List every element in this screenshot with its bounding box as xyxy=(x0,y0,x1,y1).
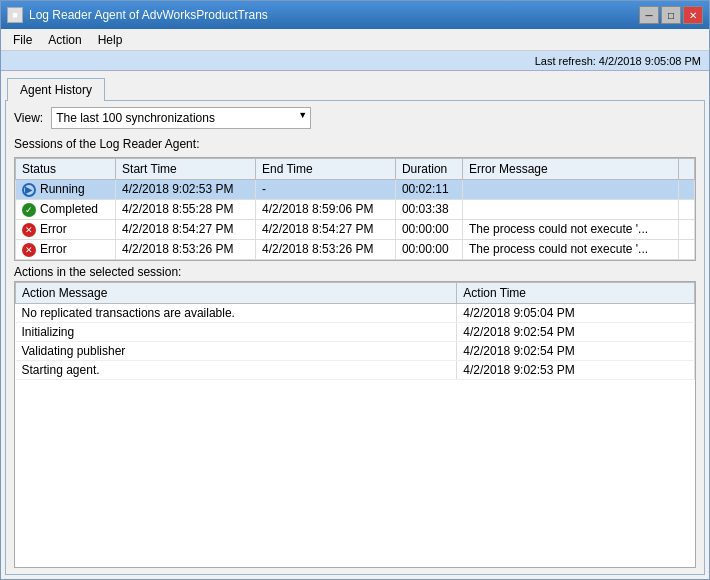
cell-action-time: 4/2/2018 9:05:04 PM xyxy=(457,303,695,322)
cell-start-time: 4/2/2018 8:55:28 PM xyxy=(116,199,256,219)
menu-action[interactable]: Action xyxy=(40,31,89,49)
col-status: Status xyxy=(16,159,116,180)
menu-bar: File Action Help xyxy=(1,29,709,51)
cell-error-message: The process could not execute '... xyxy=(463,239,679,259)
sessions-table: Status Start Time End Time Duration Erro… xyxy=(15,158,695,260)
window-controls: ─ □ ✕ xyxy=(639,6,703,24)
cell-action-message: Validating publisher xyxy=(16,341,457,360)
col-duration: Duration xyxy=(395,159,462,180)
view-label: View: xyxy=(14,111,43,125)
col-action-time: Action Time xyxy=(457,282,695,303)
cell-start-time: 4/2/2018 9:02:53 PM xyxy=(116,180,256,200)
cell-error-message xyxy=(463,199,679,219)
actions-table-container: Action Message Action Time No replicated… xyxy=(14,281,696,569)
view-select-wrapper: The last 100 synchronizationsThe last 50… xyxy=(51,107,311,129)
list-item: Validating publisher 4/2/2018 9:02:54 PM xyxy=(16,341,695,360)
cell-end-time: 4/2/2018 8:59:06 PM xyxy=(255,199,395,219)
list-item: Starting agent. 4/2/2018 9:02:53 PM xyxy=(16,360,695,379)
tab-area: Agent History xyxy=(1,71,709,100)
cell-scroll-spacer xyxy=(679,239,695,259)
cell-duration: 00:00:00 xyxy=(395,219,462,239)
close-button[interactable]: ✕ xyxy=(683,6,703,24)
list-item: Initializing 4/2/2018 9:02:54 PM xyxy=(16,322,695,341)
cell-start-time: 4/2/2018 8:53:26 PM xyxy=(116,239,256,259)
table-row[interactable]: ✓Completed 4/2/2018 8:55:28 PM 4/2/2018 … xyxy=(16,199,695,219)
cell-action-message: Starting agent. xyxy=(16,360,457,379)
main-content: View: The last 100 synchronizationsThe l… xyxy=(5,100,705,575)
col-action-message: Action Message xyxy=(16,282,457,303)
actions-section: Actions in the selected session: Action … xyxy=(14,265,696,569)
cell-duration: 00:02:11 xyxy=(395,180,462,200)
cell-status: ✕Error xyxy=(16,219,116,239)
cell-end-time: - xyxy=(255,180,395,200)
menu-help[interactable]: Help xyxy=(90,31,131,49)
cell-action-message: No replicated transactions are available… xyxy=(16,303,457,322)
cell-error-message xyxy=(463,180,679,200)
cell-status: ▶Running xyxy=(16,180,116,200)
cell-error-message: The process could not execute '... xyxy=(463,219,679,239)
table-row[interactable]: ✕Error 4/2/2018 8:54:27 PM 4/2/2018 8:54… xyxy=(16,219,695,239)
error-icon: ✕ xyxy=(22,243,36,257)
cell-duration: 00:03:38 xyxy=(395,199,462,219)
view-select[interactable]: The last 100 synchronizationsThe last 50… xyxy=(51,107,311,129)
cell-action-time: 4/2/2018 9:02:54 PM xyxy=(457,322,695,341)
title-bar: ■ Log Reader Agent of AdvWorksProductTra… xyxy=(1,1,709,29)
col-start-time: Start Time xyxy=(116,159,256,180)
list-item: No replicated transactions are available… xyxy=(16,303,695,322)
col-error-message: Error Message xyxy=(463,159,679,180)
cell-scroll-spacer xyxy=(679,219,695,239)
error-icon: ✕ xyxy=(22,223,36,237)
sessions-table-container: Status Start Time End Time Duration Erro… xyxy=(14,157,696,261)
cell-end-time: 4/2/2018 8:53:26 PM xyxy=(255,239,395,259)
cell-action-time: 4/2/2018 9:02:53 PM xyxy=(457,360,695,379)
cell-duration: 00:00:00 xyxy=(395,239,462,259)
menu-file[interactable]: File xyxy=(5,31,40,49)
completed-icon: ✓ xyxy=(22,203,36,217)
window-title: Log Reader Agent of AdvWorksProductTrans xyxy=(29,8,268,22)
tab-agent-history[interactable]: Agent History xyxy=(7,78,105,101)
cell-end-time: 4/2/2018 8:54:27 PM xyxy=(255,219,395,239)
table-row[interactable]: ▶Running 4/2/2018 9:02:53 PM - 00:02:11 xyxy=(16,180,695,200)
cell-scroll-spacer xyxy=(679,199,695,219)
restore-button[interactable]: □ xyxy=(661,6,681,24)
cell-action-time: 4/2/2018 9:02:54 PM xyxy=(457,341,695,360)
last-refresh-text: Last refresh: 4/2/2018 9:05:08 PM xyxy=(535,55,701,67)
main-window: ■ Log Reader Agent of AdvWorksProductTra… xyxy=(0,0,710,580)
actions-label: Actions in the selected session: xyxy=(14,265,696,279)
cell-action-message: Initializing xyxy=(16,322,457,341)
minimize-button[interactable]: ─ xyxy=(639,6,659,24)
col-scrollbar xyxy=(679,159,695,180)
col-end-time: End Time xyxy=(255,159,395,180)
table-row[interactable]: ✕Error 4/2/2018 8:53:26 PM 4/2/2018 8:53… xyxy=(16,239,695,259)
actions-table: Action Message Action Time No replicated… xyxy=(15,282,695,380)
cell-scroll-spacer xyxy=(679,180,695,200)
status-top-bar: Last refresh: 4/2/2018 9:05:08 PM xyxy=(1,51,709,71)
cell-start-time: 4/2/2018 8:54:27 PM xyxy=(116,219,256,239)
cell-status: ✓Completed xyxy=(16,199,116,219)
title-bar-left: ■ Log Reader Agent of AdvWorksProductTra… xyxy=(7,7,268,23)
running-icon: ▶ xyxy=(22,183,36,197)
sessions-label: Sessions of the Log Reader Agent: xyxy=(14,137,696,151)
app-icon: ■ xyxy=(7,7,23,23)
view-row: View: The last 100 synchronizationsThe l… xyxy=(14,107,696,129)
cell-status: ✕Error xyxy=(16,239,116,259)
